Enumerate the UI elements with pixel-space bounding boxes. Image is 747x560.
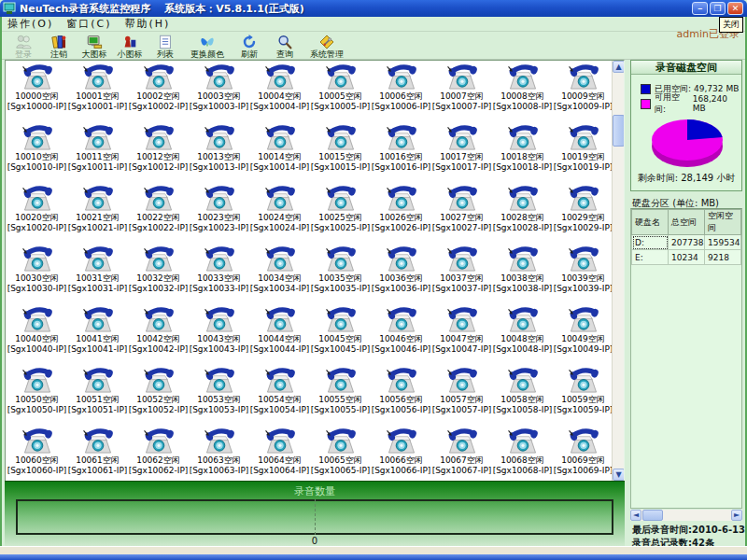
extension-item-10057[interactable]: 10057空闲[Sgx10057-IP] — [431, 366, 492, 427]
extension-item-10027[interactable]: 10027空闲[Sgx10027-IP] — [431, 184, 492, 245]
extension-item-10052[interactable]: 10052空闲[Sgx10052-IP] — [128, 366, 189, 427]
menu-item[interactable]: 操作(O) — [7, 17, 53, 31]
extension-item-10006[interactable]: 10006空闲[Sgx10006-IP] — [371, 63, 431, 123]
extension-item-10016[interactable]: 10016空闲[Sgx10016-IP] — [371, 123, 431, 184]
extension-item-10026[interactable]: 10026空闲[Sgx10026-IP] — [371, 184, 431, 245]
scroll-left-arrow-icon[interactable]: ◄ — [630, 510, 641, 521]
extension-item-10018[interactable]: 10018空闲[Sgx10018-IP] — [492, 123, 553, 184]
extension-item-10055[interactable]: 10055空闲[Sgx10055-IP] — [310, 366, 371, 427]
toolbar-button-search[interactable]: 查询 — [267, 34, 303, 60]
extension-item-10028[interactable]: 10028空闲[Sgx10028-IP] — [492, 184, 553, 245]
extension-item-10007[interactable]: 10007空闲[Sgx10007-IP] — [431, 63, 492, 123]
extension-item-10005[interactable]: 10005空闲[Sgx10005-IP] — [310, 63, 371, 123]
extension-item-10061[interactable]: 10061空闲[Sgx10061-IP] — [67, 427, 128, 481]
minimize-button[interactable]: － — [692, 2, 708, 15]
extension-item-10015[interactable]: 10015空闲[Sgx10015-IP] — [310, 123, 371, 184]
extension-item-10009[interactable]: 10009空闲[Sgx10009-IP] — [553, 63, 613, 123]
extension-item-10056[interactable]: 10056空闲[Sgx10056-IP] — [371, 366, 431, 427]
extension-item-10017[interactable]: 10017空闲[Sgx10017-IP] — [431, 123, 492, 184]
extension-item-10060[interactable]: 10060空闲[Sgx10060-IP] — [7, 427, 67, 481]
partition-row[interactable]: D:207738159534 — [632, 235, 741, 250]
extension-item-10065[interactable]: 10065空闲[Sgx10065-IP] — [310, 427, 371, 481]
extension-item-10059[interactable]: 10059空闲[Sgx10059-IP] — [553, 366, 613, 427]
extension-item-10025[interactable]: 10025空闲[Sgx10025-IP] — [310, 184, 371, 245]
menu-item[interactable]: 窗口(C) — [66, 17, 111, 31]
extension-item-10042[interactable]: 10042空闲[Sgx10042-IP] — [128, 305, 189, 366]
toolbar-button-large-icons[interactable]: 大图标 — [77, 34, 112, 60]
menu-item[interactable]: 帮助(H) — [125, 17, 171, 31]
extension-item-10066[interactable]: 10066空闲[Sgx10066-IP] — [371, 427, 431, 481]
partition-column-header[interactable]: 总空间 — [669, 210, 705, 235]
extension-item-10067[interactable]: 10067空闲[Sgx10067-IP] — [431, 427, 492, 481]
extension-item-10004[interactable]: 10004空闲[Sgx10004-IP] — [249, 63, 310, 123]
extension-item-10031[interactable]: 10031空闲[Sgx10031-IP] — [67, 245, 128, 305]
extension-item-10046[interactable]: 10046空闲[Sgx10046-IP] — [371, 305, 431, 366]
extension-item-10013[interactable]: 10013空闲[Sgx10013-IP] — [189, 123, 249, 184]
close-button[interactable]: ✕ — [727, 2, 743, 15]
restore-button[interactable]: ❐ — [710, 2, 726, 15]
extension-item-10002[interactable]: 10002空闲[Sgx10002-IP] — [128, 63, 189, 123]
extension-item-10020[interactable]: 10020空闲[Sgx10020-IP] — [7, 184, 67, 245]
extension-item-10029[interactable]: 10029空闲[Sgx10029-IP] — [553, 184, 613, 245]
toolbar-button-logout[interactable]: 注销 — [41, 34, 77, 60]
extension-item-10012[interactable]: 10012空闲[Sgx10012-IP] — [128, 123, 189, 184]
extension-item-10038[interactable]: 10038空闲[Sgx10038-IP] — [492, 245, 553, 305]
extension-item-10062[interactable]: 10062空闲[Sgx10062-IP] — [128, 427, 189, 481]
grid-vertical-scrollbar[interactable]: ▲ ▼ — [612, 61, 624, 481]
extension-item-10032[interactable]: 10032空闲[Sgx10032-IP] — [128, 245, 189, 305]
extension-item-10039[interactable]: 10039空闲[Sgx10039-IP] — [553, 245, 613, 305]
toolbar-button-refresh[interactable]: 刷新 — [232, 34, 267, 60]
extension-item-10064[interactable]: 10064空闲[Sgx10064-IP] — [249, 427, 310, 481]
scroll-thumb[interactable] — [613, 115, 625, 147]
extension-item-10033[interactable]: 10033空闲[Sgx10033-IP] — [189, 245, 249, 305]
partition-column-header[interactable]: 空闲空间 — [705, 210, 741, 235]
extension-item-10034[interactable]: 10034空闲[Sgx10034-IP] — [249, 245, 310, 305]
scroll-up-arrow-icon[interactable]: ▲ — [613, 61, 625, 73]
extension-item-10037[interactable]: 10037空闲[Sgx10037-IP] — [431, 245, 492, 305]
extension-item-10003[interactable]: 10003空闲[Sgx10003-IP] — [189, 63, 249, 123]
extension-item-10036[interactable]: 10036空闲[Sgx10036-IP] — [371, 245, 431, 305]
extension-item-10001[interactable]: 10001空闲[Sgx10001-IP] — [67, 63, 128, 123]
partition-column-header[interactable]: 硬盘名 — [632, 210, 669, 235]
extension-item-10011[interactable]: 10011空闲[Sgx10011-IP] — [67, 123, 128, 184]
extension-item-10044[interactable]: 10044空闲[Sgx10044-IP] — [249, 305, 310, 366]
scroll-down-arrow-icon[interactable]: ▼ — [613, 469, 625, 481]
scroll-thumb[interactable] — [642, 510, 663, 521]
extension-item-10068[interactable]: 10068空闲[Sgx10068-IP] — [492, 427, 553, 481]
extension-item-10049[interactable]: 10049空闲[Sgx10049-IP] — [553, 305, 613, 366]
extension-item-10050[interactable]: 10050空闲[Sgx10050-IP] — [7, 366, 67, 427]
extension-item-10019[interactable]: 10019空闲[Sgx10019-IP] — [553, 123, 613, 184]
extension-item-10047[interactable]: 10047空闲[Sgx10047-IP] — [431, 305, 492, 366]
extension-item-10043[interactable]: 10043空闲[Sgx10043-IP] — [189, 305, 249, 366]
extension-item-10014[interactable]: 10014空闲[Sgx10014-IP] — [249, 123, 310, 184]
extension-item-10035[interactable]: 10035空闲[Sgx10035-IP] — [310, 245, 371, 305]
extension-item-10040[interactable]: 10040空闲[Sgx10040-IP] — [7, 305, 67, 366]
toolbar-button-list-view[interactable]: 列表 — [148, 34, 183, 60]
extension-item-10008[interactable]: 10008空闲[Sgx10008-IP] — [492, 63, 553, 123]
extension-item-10023[interactable]: 10023空闲[Sgx10023-IP] — [189, 184, 249, 245]
extension-item-10022[interactable]: 10022空闲[Sgx10022-IP] — [128, 184, 189, 245]
toolbar-button-system-manage[interactable]: 系统管理 — [303, 34, 351, 60]
extension-item-10041[interactable]: 10041空闲[Sgx10041-IP] — [67, 305, 128, 366]
toolbar-button-login[interactable]: 登录 — [6, 34, 41, 60]
extension-item-10054[interactable]: 10054空闲[Sgx10054-IP] — [249, 366, 310, 427]
extension-item-10000[interactable]: 10000空闲[Sgx10000-IP] — [7, 63, 67, 123]
phone-icon — [323, 428, 359, 455]
extension-item-10048[interactable]: 10048空闲[Sgx10048-IP] — [492, 305, 553, 366]
extension-item-10010[interactable]: 10010空闲[Sgx10010-IP] — [7, 123, 67, 184]
extension-item-10045[interactable]: 10045空闲[Sgx10045-IP] — [310, 305, 371, 366]
extension-item-10053[interactable]: 10053空闲[Sgx10053-IP] — [189, 366, 249, 427]
toolbar-button-small-icons[interactable]: 小图标 — [112, 34, 148, 60]
extension-item-10030[interactable]: 10030空闲[Sgx10030-IP] — [7, 245, 67, 305]
partition-row[interactable]: E:102349218 — [632, 250, 741, 265]
extension-item-10051[interactable]: 10051空闲[Sgx10051-IP] — [67, 366, 128, 427]
extension-item-10063[interactable]: 10063空闲[Sgx10063-IP] — [189, 427, 249, 481]
toolbar-button-change-color[interactable]: 更换颜色 — [183, 34, 232, 60]
sidebar-horizontal-scrollbar[interactable]: ◄ ► — [630, 510, 742, 521]
scroll-right-arrow-icon[interactable]: ► — [731, 510, 742, 521]
extension-item-10069[interactable]: 10069空闲[Sgx10069-IP] — [553, 427, 613, 481]
title-bar[interactable]: NeuTech录音系统监控程序 系统版本：V5.8.1.1(正式版) － ❐ ✕ — [0, 0, 747, 17]
extension-item-10058[interactable]: 10058空闲[Sgx10058-IP] — [492, 366, 553, 427]
extension-item-10024[interactable]: 10024空闲[Sgx10024-IP] — [249, 184, 310, 245]
extension-item-10021[interactable]: 10021空闲[Sgx10021-IP] — [67, 184, 128, 245]
